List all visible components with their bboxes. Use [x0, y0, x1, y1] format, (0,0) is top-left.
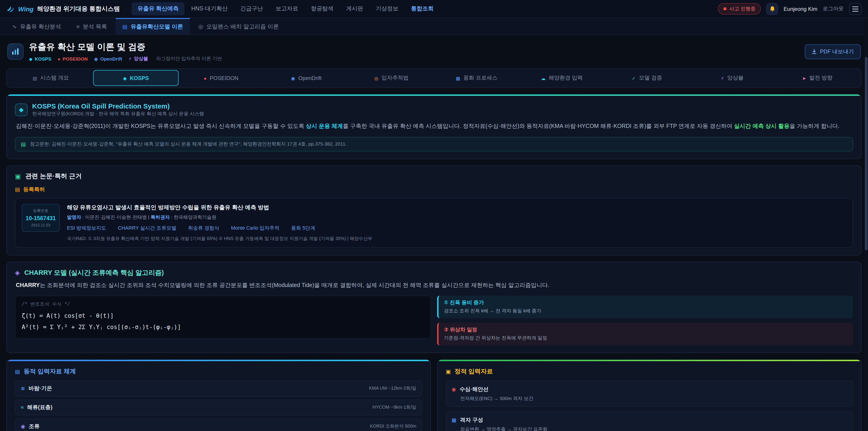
subtab-spill-analysis[interactable]: ∿ 유출유 확산분석: [5, 18, 68, 34]
nav-item-oil-spill-prediction[interactable]: 유출유 확산예측: [131, 2, 184, 16]
incident-status-badge[interactable]: 사고 진행중: [718, 3, 761, 14]
tag-charry-model[interactable]: CHARRY 실시간 조류모델: [118, 225, 176, 232]
note-amplitude-ratio: ① 진폭 동비 증가 검조소 조위 진폭 k배 → 전 격자 동일 k배 증가: [437, 296, 853, 318]
input-data-columns: ▤ 동적 입력자료 체계 ≋바람·기온 KMA UM·~12km·2회/일 ≈해…: [6, 359, 862, 431]
page-title: 유출유 확산 모델 이론 및 검증: [29, 41, 222, 53]
pdf-button-label: PDF 내보내기: [820, 48, 854, 55]
patent-rnd-note: 국가R&D: ① 3차원 유출유 확산예측 기반 방제 지원기술 개발 (기여율…: [67, 236, 846, 242]
patent-section-title: 관련 논문·특허 근거: [25, 172, 82, 180]
nav-item-board[interactable]: 게시판: [340, 2, 369, 16]
nav-item-aerial-search[interactable]: 항공탐색: [305, 2, 339, 16]
patent-tags: ESI 방제정보지도 CHARRY 실시간 조류모델 취송류 경험식 Monte…: [67, 225, 846, 232]
wing-logo-icon: [6, 5, 14, 12]
dot-icon: ●: [58, 56, 60, 61]
book-icon: ▤: [21, 141, 26, 147]
tab-poseidon[interactable]: ●POSEIDON: [179, 70, 264, 86]
patent-title: 해양 유류오염사고 발생시 효율적인 방제방안 수립을 위한 유출유 확산 예측…: [67, 204, 846, 212]
kosps-title: KOSPS (Korea Oil Spill Prediction System…: [32, 102, 204, 110]
dynamic-input-section: ▤ 동적 입력자료 체계 ≋바람·기온 KMA UM·~12km·2회/일 ≈해…: [6, 359, 431, 431]
tide-icon: ◉: [21, 423, 25, 429]
subtab-label: 분석 목록: [83, 23, 107, 31]
page-title-chart-icon: [7, 43, 24, 60]
lightning-icon: ⚡: [128, 56, 131, 61]
static-item-grid[interactable]: ▦격자 구성 좌표변환 → 영역추출 → 격자보간 표준화: [446, 411, 853, 431]
charry-formula-code: /* 변조조석 수식 */ ζ(t) = A(t) cos[σt - θ(t)]…: [15, 296, 431, 338]
static-item-bathymetry[interactable]: ◉수심·해안선 전자해도(ENC) → 500m 격자 보간: [446, 380, 853, 407]
notification-bell-button[interactable]: [767, 3, 778, 15]
tab-ensemble[interactable]: ⚡앙상블: [690, 70, 775, 86]
charry-section: ◈ CHARRY 모델 (실시간 조류예측 핵심 알고리즘) CHARRY는 조…: [6, 262, 862, 353]
registered-patent-label: ▤ 등록특허: [15, 186, 853, 193]
pdf-export-button[interactable]: PDF 내보내기: [804, 44, 861, 59]
formula-line-1: ζ(t) = A(t) cos[σt - θ(t)]: [22, 311, 424, 321]
tab-model-validation[interactable]: ✓모델 검증: [604, 70, 690, 86]
nav-item-reports[interactable]: 보고자료: [270, 2, 304, 16]
chart-icon: ▤: [15, 368, 20, 374]
brand[interactable]: Wing 해양환경 위기대응 통합시스템: [6, 5, 120, 13]
charry-title: CHARRY 모델 (실시간 조류예측 핵심 알고리즘): [24, 269, 164, 277]
logout-button[interactable]: 로그아웃: [823, 5, 844, 12]
nav-item-integrated-search[interactable]: 통합조회: [405, 2, 439, 16]
subtab-analysis-list[interactable]: ≡ 분석 목록: [70, 18, 114, 34]
incident-dot-icon: [723, 7, 726, 10]
user-name[interactable]: Eunjeong Kim: [784, 6, 817, 12]
tab-future-direction[interactable]: ➤발전 방향: [775, 70, 860, 86]
tab-system-overview[interactable]: ▤시스템 개요: [8, 70, 93, 86]
kosps-diamond-icon: ◆: [15, 103, 28, 116]
nav-item-hns-atmospheric[interactable]: HNS·대기확산: [185, 2, 234, 16]
tag-monte-carlo[interactable]: Monte Carlo 입자추적: [231, 225, 279, 232]
patent-meta: 발명자 : 이문진·김혜진·이승현·전태병 | 특허권자 : 한국해양과학기술원: [67, 214, 846, 221]
reg-number-value: 10-1567431: [25, 215, 57, 221]
chart-icon: ∿: [12, 24, 17, 30]
dot-icon: ●: [204, 75, 207, 81]
model-badges: ◆ KOSPS ● POSEIDON ◉ OpenDrift ⚡ 앙상블: [29, 56, 222, 62]
dynamic-row-wind-temp[interactable]: ≋바람·기온 KMA UM·~12km·2회/일: [15, 380, 422, 396]
patent-card[interactable]: 등록번호 10-1567431 2015.11.03 해양 유류오염사고 발생시…: [15, 198, 853, 248]
scrollbar-thumb[interactable]: [865, 57, 868, 250]
dynamic-row-tidal-current[interactable]: ◉조류 KORDI 조화분석·500m: [15, 418, 422, 431]
badge-poseidon: ● POSEIDON: [58, 56, 88, 61]
badge-label: 앙상블: [134, 56, 148, 62]
charry-notes: ① 진폭 동비 증가 검조소 조위 진폭 k배 → 전 격자 동일 k배 증가 …: [437, 296, 853, 345]
brand-logo-text: Wing: [18, 5, 33, 12]
tag-esi-map[interactable]: ESI 방제정보지도: [67, 225, 106, 232]
subtab-oil-fence-theory[interactable]: ◎ 오일펜스 배치 알고리즘 이론: [192, 18, 286, 34]
tab-marine-env-input[interactable]: ☁해양환경 입력: [519, 70, 604, 86]
download-icon: [811, 49, 817, 54]
nav-item-emergency-rescue[interactable]: 긴급구난: [235, 2, 269, 16]
section-tabbar: ▤시스템 개요 ◆KOSPS ●POSEIDON ◉OpenDrift ◎입자추…: [6, 68, 862, 88]
cloud-icon: ☁: [541, 75, 546, 81]
grid-icon: ▦: [456, 75, 460, 81]
rocket-icon: ➤: [802, 75, 806, 81]
subtab-label: 유출유 확산분석: [20, 23, 61, 31]
tab-opendrift[interactable]: ◉OpenDrift: [264, 70, 349, 86]
refresh-icon: ◈: [15, 269, 20, 276]
formula-line-2: A²(t) = Σ Yᵢ² + 2Σ YᵢYⱼ cos[(σᵢ-σⱼ)t-(φᵢ…: [22, 322, 424, 333]
page-title-block: 유출유 확산 모델 이론 및 검증 ◆ KOSPS ● POSEIDON ◉ O…: [29, 41, 222, 62]
kosps-subtitle: 한국해양연구원(KORDI) 개발 · 한국 해역 특화 유출유 확산 예측 상…: [32, 111, 204, 117]
kosps-section: ◆ KOSPS (Korea Oil Spill Prediction Syst…: [6, 94, 862, 159]
reg-number-label: 등록번호: [25, 208, 57, 214]
lightning-icon: ⚡: [721, 75, 724, 81]
clipboard-icon: ▤: [15, 186, 20, 193]
highlight-operation-system: 상시 운용 체계: [306, 123, 343, 129]
badge-label: OpenDrift: [100, 56, 122, 61]
tab-weathering-process[interactable]: ▦풍화 프로세스: [434, 70, 519, 86]
tag-wdc-formula[interactable]: 취송류 경험식: [188, 225, 219, 232]
page-scrollbar[interactable]: [864, 18, 868, 431]
hamburger-menu-button[interactable]: [849, 3, 862, 15]
circle-icon: ◎: [198, 24, 203, 30]
kosps-reference-text: 참고문헌: 김혜진·이문진·오세웅·강준혁, "유출유 확산 예측 모델의 상시…: [30, 141, 347, 147]
page-header: 유출유 확산 모델 이론 및 검증 ◆ KOSPS ● POSEIDON ◉ O…: [7, 41, 861, 62]
tag-weathering-stages[interactable]: 풍화 5단계: [291, 225, 315, 232]
nav-item-weather-info[interactable]: 기상정보: [370, 2, 404, 16]
tab-particle-tracking[interactable]: ◎입자추적법: [349, 70, 434, 86]
tab-kosps[interactable]: ◆KOSPS: [93, 70, 179, 86]
charry-description: CHARRY는 조화분석에 의한 검조소 실시간 조위와 조석 수치모델링에 의…: [16, 281, 852, 290]
incident-label: 사고 진행중: [729, 5, 755, 12]
subtab-diffusion-model-theory[interactable]: ▤ 유출유확산모델 이론: [116, 18, 190, 34]
pin-icon: ◉: [452, 386, 456, 392]
dynamic-row-surface-current[interactable]: ≈해류(표층) HYCOM·~9km·1회/일: [15, 399, 422, 415]
check-icon: ✓: [632, 75, 636, 81]
static-input-section: ▣ 정적 입력자료 ◉수심·해안선 전자해도(ENC) → 500m 격자 보간…: [437, 359, 862, 431]
